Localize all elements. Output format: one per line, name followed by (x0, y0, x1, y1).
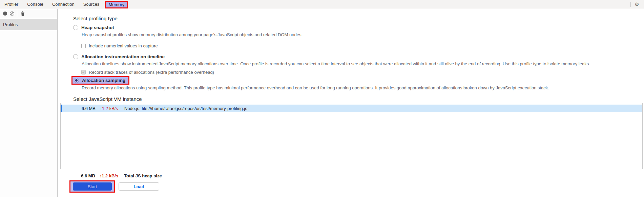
profiles-label: Profiles (3, 22, 18, 27)
total-heap-size: 6.6 MB (61, 173, 95, 178)
radio-allocation-sampling[interactable] (74, 78, 79, 83)
toolbar-divider (17, 10, 17, 17)
option-allocation-timeline[interactable]: Allocation instrumentation on timeline (73, 54, 644, 59)
option-label: Heap snapshot (81, 25, 114, 30)
delete-profile-button[interactable] (19, 10, 26, 17)
tab-profiler[interactable]: Profiler (0, 0, 23, 9)
sidebar-item-profiles[interactable]: Profiles (0, 19, 57, 30)
trash-icon (21, 11, 25, 16)
tab-memory[interactable]: Memory (108, 2, 124, 7)
memory-panel: Select profiling type Heap snapshot Heap… (58, 9, 644, 197)
record-icon (3, 12, 7, 16)
tab-console[interactable]: Console (23, 0, 48, 9)
profiling-type-heading: Select profiling type (73, 16, 644, 21)
record-stack-traces-row: ✓ Record stack traces of allocations (ex… (81, 70, 644, 75)
vm-instance-list: 6.6 MB ↑1.2 kB/s Node.js: file:///home/r… (60, 103, 643, 169)
sidebar: Profiles (0, 9, 58, 197)
radio-allocation-timeline[interactable] (73, 54, 78, 59)
settings-gear-icon[interactable]: ⚙ (635, 1, 639, 7)
include-numerical-values-row[interactable]: Include numerical values in capture (81, 43, 644, 48)
clear-all-profiles-button[interactable] (8, 10, 16, 17)
radio-heap-snapshot[interactable] (73, 25, 78, 30)
tabbar-divider (630, 2, 631, 7)
tab-sources[interactable]: Sources (79, 0, 104, 9)
profiler-toolbar (0, 9, 57, 18)
total-heap-row: 6.6 MB ↑1.2 kB/s Total JS heap size (61, 173, 644, 178)
vm-instance-row[interactable]: 6.6 MB ↑1.2 kB/s Node.js: file:///home/r… (61, 105, 642, 112)
checkbox-record-stack-traces: ✓ (81, 70, 86, 74)
option-label: Allocation sampling (82, 78, 125, 83)
checkbox-label: Include numerical values in capture (89, 43, 158, 48)
option-heap-snapshot[interactable]: Heap snapshot (73, 25, 644, 30)
option-allocation-sampling[interactable]: Allocation sampling (74, 78, 125, 83)
highlight-box-start-button: Start (69, 180, 115, 193)
load-button[interactable]: Load (119, 182, 159, 191)
total-heap-label: Total JS heap size (124, 173, 644, 178)
record-button[interactable] (2, 10, 8, 17)
option-description: Allocation timelines show instrumented J… (82, 61, 644, 66)
vm-instance-name: Node.js: file:///home/rafaelgss/repos/os… (124, 106, 642, 111)
highlight-box-allocation-sampling: Allocation sampling (71, 76, 129, 85)
total-heap-rate: ↑1.2 kB/s (100, 173, 120, 178)
block-icon (10, 12, 14, 16)
checkbox-include-numerical-values[interactable] (81, 44, 86, 48)
highlight-box-memory-tab: Memory (105, 1, 128, 8)
option-description: Record memory allocations using sampling… (82, 85, 644, 90)
checkbox-label: Record stack traces of allocations (extr… (89, 70, 214, 75)
vm-heap-size: 6.6 MB (62, 106, 96, 111)
start-button[interactable]: Start (73, 182, 112, 191)
vm-heap-rate: ↑1.2 kB/s (100, 106, 120, 111)
devtools-tab-bar: Profiler Console Connection Sources Memo… (0, 0, 644, 9)
option-label: Allocation instrumentation on timeline (81, 54, 165, 59)
vm-instance-heading: Select JavaScript VM instance (73, 96, 644, 102)
option-description: Heap snapshot profiles show memory distr… (82, 32, 644, 37)
tab-connection[interactable]: Connection (48, 0, 79, 9)
actions-row: Start Load (69, 180, 644, 193)
